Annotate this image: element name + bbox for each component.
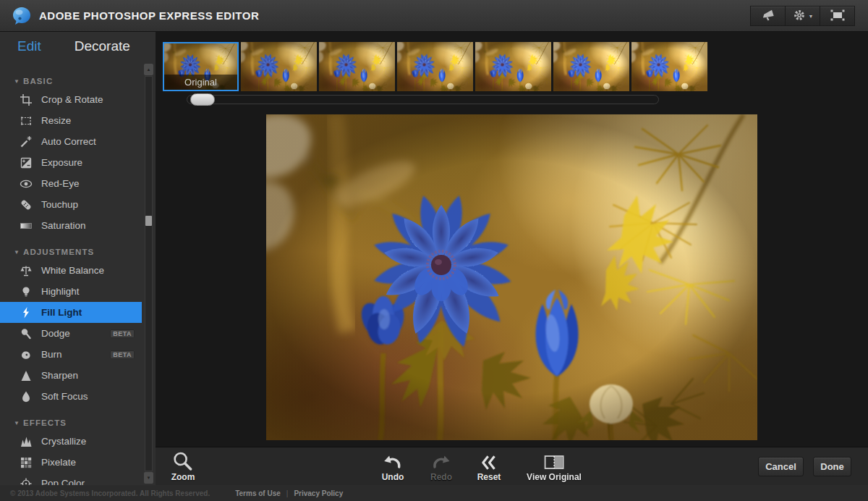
beta-badge: BETA	[110, 350, 135, 359]
double-chevron-left-icon	[477, 450, 501, 471]
burn-icon	[20, 348, 33, 361]
terms-of-use-link[interactable]: Terms of Use	[235, 489, 281, 497]
zoom-label: Zoom	[171, 472, 195, 482]
section-basic[interactable]: ▼ BASIC	[0, 73, 142, 89]
resize-icon	[20, 114, 33, 127]
main-image[interactable]	[266, 114, 757, 440]
tab-edit[interactable]: Edit	[17, 38, 41, 54]
settings-button[interactable]: ▼	[785, 6, 820, 26]
sidebar-item-white-balance[interactable]: White Balance	[0, 260, 142, 281]
image-canvas	[266, 114, 757, 440]
sidebar-item-touchup[interactable]: Touchup	[0, 194, 142, 215]
footer: © 2013 Adobe Systems Incorporated. All R…	[0, 485, 868, 501]
sidebar-item-sharpen[interactable]: Sharpen	[0, 365, 142, 386]
scrollbar-track[interactable]	[145, 76, 153, 471]
item-label: Exposure	[41, 157, 82, 168]
crystal-icon	[20, 435, 33, 448]
fullscreen-icon	[829, 8, 846, 25]
redo-icon	[430, 450, 452, 471]
item-label: Dodge	[41, 328, 70, 339]
item-label: Crop & Rotate	[41, 94, 103, 105]
filmstrip-thumbnail[interactable]	[475, 42, 551, 91]
exposure-icon	[20, 156, 33, 169]
scrollbar-thumb[interactable]	[145, 216, 152, 226]
item-label: Burn	[41, 349, 62, 360]
crop-icon	[20, 93, 33, 106]
sidebar-item-auto-correct[interactable]: Auto Correct	[0, 131, 142, 152]
bottom-toolbar: Zoom Undo Redo Reset	[156, 447, 868, 485]
saturation-icon	[20, 219, 33, 232]
sidebar-item-pixelate[interactable]: Pixelate	[0, 452, 142, 473]
fill-light-slider-track[interactable]	[187, 95, 659, 104]
zoom-tool[interactable]: Zoom	[171, 450, 195, 482]
sidebar-tabs: Edit Decorate	[0, 32, 156, 61]
filmstrip-thumbnail-original[interactable]: Original	[163, 42, 239, 91]
filmstrip-thumbnail[interactable]	[319, 42, 395, 91]
tab-decorate[interactable]: Decorate	[75, 38, 130, 54]
section-label: BASIC	[23, 77, 53, 85]
sidebar-item-soft-focus[interactable]: Soft Focus	[0, 386, 142, 407]
scales-icon	[20, 264, 33, 277]
item-label: Fill Light	[41, 307, 82, 318]
dodge-icon	[20, 327, 33, 340]
collapse-triangle-icon: ▼	[14, 78, 23, 85]
sidebar-item-fill-light[interactable]: Fill Light	[0, 302, 142, 323]
filmstrip-thumbnail[interactable]	[397, 42, 473, 91]
reset-button[interactable]: Reset	[477, 450, 501, 482]
section-adjustments[interactable]: ▼ ADJUSTMENTS	[0, 244, 142, 260]
item-label: Sharpen	[41, 370, 78, 381]
workspace: Original	[156, 32, 868, 485]
caret-down-icon: ▼	[809, 14, 814, 19]
redo-button[interactable]: Redo	[430, 450, 452, 482]
announcements-button[interactable]	[750, 6, 786, 26]
item-label: Highlight	[41, 286, 80, 297]
item-label: White Balance	[41, 265, 104, 276]
collapse-triangle-icon: ▼	[14, 420, 23, 426]
filmstrip-thumbnail[interactable]	[241, 42, 317, 91]
photoshop-express-window: ADOBE PHOTOSHOP EXPRESS EDITOR	[0, 0, 868, 501]
item-label: Pixelate	[41, 457, 76, 468]
item-label: Saturation	[41, 220, 86, 231]
bolt-icon	[20, 306, 33, 319]
original-label: Original	[164, 75, 237, 90]
magnifier-icon	[171, 450, 195, 471]
privacy-policy-link[interactable]: Privacy Policy	[294, 489, 343, 497]
title-bar: ADOBE PHOTOSHOP EXPRESS EDITOR	[0, 0, 868, 32]
undo-icon	[382, 450, 404, 471]
item-label: Touchup	[41, 199, 78, 210]
photoshop-express-logo-icon	[12, 7, 32, 25]
sidebar-item-highlight[interactable]: Highlight	[0, 281, 142, 302]
done-button[interactable]: Done	[813, 457, 851, 476]
view-original-button[interactable]: View Original	[527, 450, 582, 482]
copyright-text: © 2013 Adobe Systems Incorporated. All R…	[10, 489, 210, 497]
filmstrip-thumbnail[interactable]	[553, 42, 629, 91]
tool-panel: ▼ BASIC Crop & Rotate Resize Auto Correc…	[0, 65, 142, 494]
pixel-grid-icon	[20, 456, 33, 469]
sidebar-scrollbar[interactable]: ▲ ▼	[144, 64, 153, 484]
sidebar-item-dodge[interactable]: Dodge BETA	[0, 323, 142, 344]
fill-light-slider-handle[interactable]	[190, 93, 215, 106]
view-original-label: View Original	[527, 472, 582, 482]
titlebar-actions: ▼	[751, 6, 855, 26]
scroll-down-button[interactable]: ▼	[144, 472, 153, 484]
sidebar-item-resize[interactable]: Resize	[0, 110, 142, 131]
sidebar-item-red-eye[interactable]: Red-Eye	[0, 173, 142, 194]
eye-icon	[20, 177, 33, 190]
filmstrip-thumbnail[interactable]	[631, 42, 707, 91]
section-effects[interactable]: ▼ EFFECTS	[0, 415, 142, 431]
cancel-button[interactable]: Cancel	[758, 457, 804, 476]
sidebar-item-burn[interactable]: Burn BETA	[0, 344, 142, 365]
sidebar-item-exposure[interactable]: Exposure	[0, 152, 142, 173]
scroll-up-button[interactable]: ▲	[144, 64, 153, 75]
undo-button[interactable]: Undo	[382, 450, 404, 482]
fill-light-filmstrip: Original	[163, 42, 707, 91]
fullscreen-button[interactable]	[820, 6, 855, 26]
item-label: Crystallize	[41, 436, 86, 447]
sidebar-item-crystallize[interactable]: Crystallize	[0, 431, 142, 452]
bulb-icon	[20, 285, 33, 298]
reset-label: Reset	[477, 472, 501, 482]
sidebar-item-saturation[interactable]: Saturation	[0, 215, 142, 236]
item-label: Resize	[41, 115, 71, 126]
droplet-icon	[20, 390, 33, 403]
sidebar-item-crop-rotate[interactable]: Crop & Rotate	[0, 89, 142, 110]
